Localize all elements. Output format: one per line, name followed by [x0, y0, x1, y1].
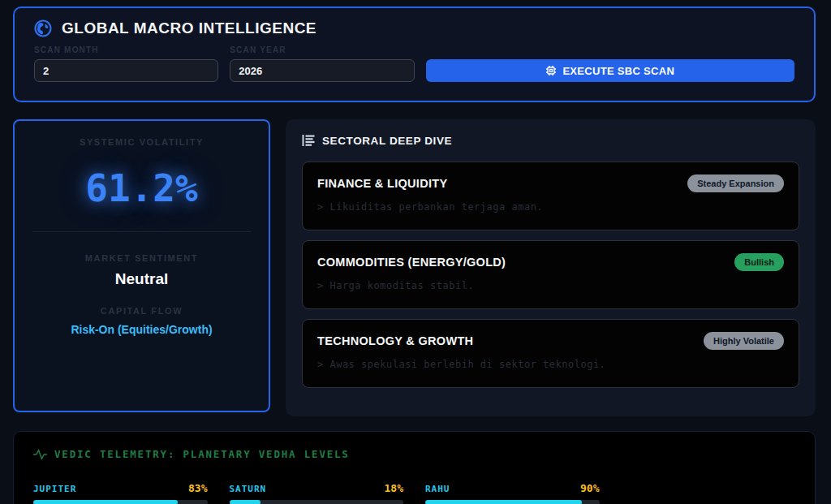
planet-label: SATURN: [230, 484, 267, 494]
planet-gauge: JUPITER 83%: [33, 482, 208, 504]
sector-card: FINANCE & LIQUIDITY Steady Expansion > L…: [302, 162, 799, 230]
gauge-fill: [230, 500, 261, 504]
scan-year-input[interactable]: [230, 59, 414, 82]
gauge-track: [33, 500, 208, 504]
sector-card-header: COMMODITIES (ENERGY/GOLD) Bullish: [317, 253, 784, 271]
vedic-telemetry-panel: VEDIC TELEMETRY: PLANETARY VEDHA LEVELS …: [13, 431, 816, 504]
planet-value: 83%: [188, 482, 207, 494]
global-macro-header-panel: GLOBAL MACRO INTELLIGENCE SCAN MONTH SCA…: [13, 6, 816, 102]
planet-value: 18%: [385, 482, 403, 494]
panel-divider: [32, 231, 251, 232]
sector-card: COMMODITIES (ENERGY/GOLD) Bullish > Harg…: [302, 240, 799, 309]
systemic-volatility-value: 61.2%: [15, 166, 269, 210]
capital-flow-value: Risk-On (Equities/Growth): [15, 323, 269, 336]
status-badge: Highly Volatile: [704, 332, 784, 350]
sector-card: TECHNOLOGY & GROWTH Highly Volatile > Aw…: [302, 319, 799, 388]
scan-month-group: SCAN MONTH: [34, 45, 218, 82]
sectoral-deep-dive-panel: SECTORAL DEEP DIVE FINANCE & LIQUIDITY S…: [286, 119, 816, 416]
list-bars-icon: [302, 134, 315, 147]
scan-form: SCAN MONTH SCAN YEAR EXECUTE SBC SCAN: [34, 45, 794, 82]
systemic-volatility-panel: SYSTEMIC VOLATILITY 61.2% MARKET SENTIME…: [13, 119, 270, 412]
scan-year-group: SCAN YEAR: [230, 45, 414, 82]
cpu-chip-icon: [545, 65, 557, 76]
execute-sbc-scan-button[interactable]: EXECUTE SBC SCAN: [426, 59, 795, 82]
sector-card-note: > Awas spekulasi berlebih di sektor tekn…: [317, 359, 784, 370]
sector-card-header: TECHNOLOGY & GROWTH Highly Volatile: [317, 332, 784, 350]
sector-card-title: FINANCE & LIQUIDITY: [317, 177, 447, 190]
planet-gauge-head: SATURN 18%: [230, 482, 404, 494]
page-title: GLOBAL MACRO INTELLIGENCE: [62, 19, 316, 37]
market-sentiment-label: MARKET SENTIMENT: [15, 253, 269, 263]
gauge-track: [230, 500, 404, 504]
sector-card-list: FINANCE & LIQUIDITY Steady Expansion > L…: [302, 162, 799, 388]
planet-label: RAHU: [425, 484, 450, 494]
sector-card-note: > Harga komoditas stabil.: [317, 280, 784, 291]
sector-card-title: TECHNOLOGY & GROWTH: [317, 334, 473, 347]
sector-panel-header: SECTORAL DEEP DIVE: [302, 134, 799, 147]
planet-gauge-head: JUPITER 83%: [33, 482, 208, 494]
planet-gauge: SATURN 18%: [230, 482, 404, 504]
planet-label: JUPITER: [33, 484, 76, 494]
sector-card-note: > Likuiditas perbankan terjaga aman.: [317, 201, 784, 213]
planet-gauge-head: RAHU 90%: [425, 482, 600, 494]
sector-panel-title: SECTORAL DEEP DIVE: [322, 135, 452, 147]
sector-card-title: COMMODITIES (ENERGY/GOLD): [317, 256, 506, 269]
scan-year-label: SCAN YEAR: [230, 45, 414, 54]
globe-icon: [34, 19, 52, 37]
scan-month-label: SCAN MONTH: [34, 45, 218, 54]
header-title-row: GLOBAL MACRO INTELLIGENCE: [34, 19, 794, 37]
middle-row: SYSTEMIC VOLATILITY 61.2% MARKET SENTIME…: [13, 119, 816, 416]
market-sentiment-value: Neutral: [15, 270, 269, 288]
execute-button-label: EXECUTE SBC SCAN: [562, 65, 674, 77]
telemetry-header: VEDIC TELEMETRY: PLANETARY VEDHA LEVELS: [33, 448, 795, 460]
planet-value: 90%: [580, 482, 599, 494]
status-badge: Steady Expansion: [687, 174, 784, 192]
sector-card-header: FINANCE & LIQUIDITY Steady Expansion: [317, 174, 784, 192]
gauge-fill: [33, 500, 178, 504]
status-badge: Bullish: [734, 253, 784, 271]
telemetry-title: VEDIC TELEMETRY: PLANETARY VEDHA LEVELS: [54, 448, 350, 460]
pulse-activity-icon: [33, 449, 47, 460]
gauge-track: [425, 500, 600, 504]
gauge-fill: [425, 500, 582, 504]
capital-flow-label: CAPITAL FLOW: [15, 306, 269, 316]
scan-month-input[interactable]: [34, 59, 218, 82]
planet-gauge: RAHU 90%: [425, 482, 600, 504]
telemetry-bars: JUPITER 83% SATURN 18% RAHU: [33, 482, 795, 504]
systemic-volatility-label: SYSTEMIC VOLATILITY: [15, 137, 269, 147]
